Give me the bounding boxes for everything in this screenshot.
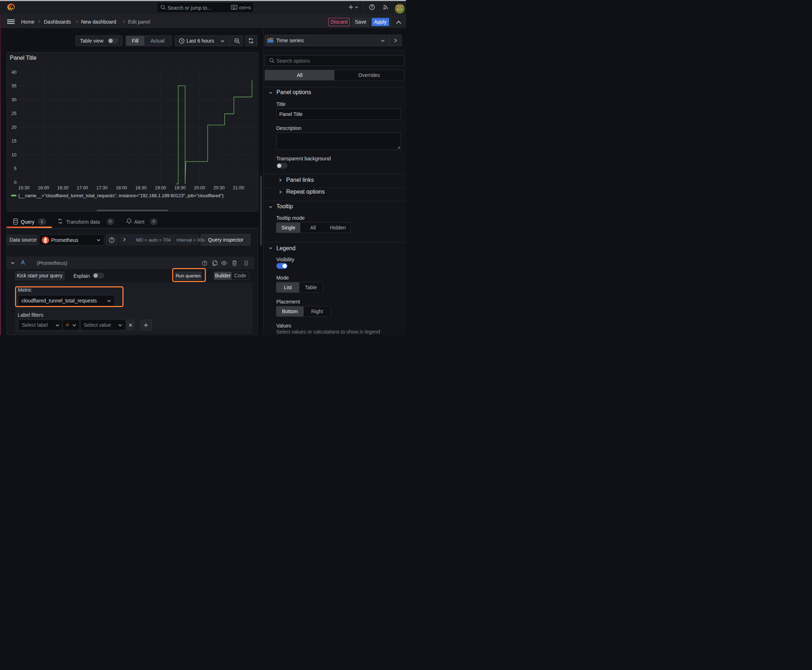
svg-text:18:00: 18:00 [116, 185, 127, 190]
svg-text:30: 30 [12, 97, 17, 102]
svg-text:15:30: 15:30 [18, 185, 29, 190]
svg-text:17:30: 17:30 [96, 185, 107, 190]
svg-text:16:00: 16:00 [38, 185, 49, 190]
svg-text:17:00: 17:00 [77, 185, 88, 190]
svg-text:5: 5 [14, 166, 17, 171]
svg-text:{__name__="cloudflared_tunnel_: {__name__="cloudflared_tunnel_total_requ… [18, 193, 224, 198]
svg-text:20:30: 20:30 [214, 185, 224, 190]
svg-text:0: 0 [14, 180, 17, 185]
svg-text:20:00: 20:00 [194, 185, 205, 190]
svg-text:19:00: 19:00 [155, 185, 166, 190]
svg-text:15: 15 [12, 139, 17, 144]
svg-text:35: 35 [12, 83, 17, 88]
svg-text:25: 25 [12, 111, 17, 116]
svg-text:40: 40 [12, 69, 17, 74]
svg-text:19:30: 19:30 [175, 185, 185, 190]
svg-text:21:00: 21:00 [233, 185, 244, 190]
svg-text:16:30: 16:30 [57, 185, 68, 190]
svg-text:10: 10 [12, 152, 17, 157]
svg-text:18:30: 18:30 [135, 185, 146, 190]
svg-text:20: 20 [12, 125, 17, 130]
